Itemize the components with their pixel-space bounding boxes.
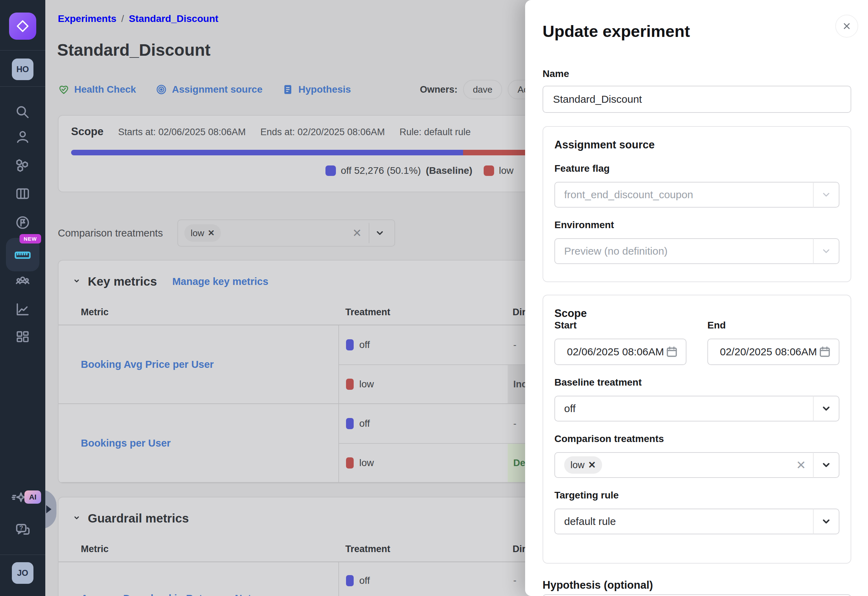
- comparison-treatments-select[interactable]: low ✕ ✕: [554, 452, 839, 478]
- sidebar-divider: [0, 50, 45, 50]
- scope-rule: Rule: default rule: [400, 127, 471, 137]
- health-check-label: Health Check: [74, 84, 136, 95]
- breadcrumb-current[interactable]: Standard_Discount: [129, 13, 218, 24]
- chevron-down-icon[interactable]: [813, 516, 839, 527]
- col-metric: Metric: [59, 544, 338, 555]
- comparison-treatments-select[interactable]: low ✕ ✕: [177, 220, 395, 246]
- col-metric: Metric: [59, 307, 338, 318]
- name-input[interactable]: Standard_Discount: [543, 86, 851, 113]
- panel-title: Update experiment: [543, 22, 690, 41]
- columns-icon[interactable]: [14, 185, 31, 202]
- document-icon: [282, 84, 294, 96]
- guardrail-metrics-title: Guardrail metrics: [88, 511, 189, 525]
- manage-key-metrics-link[interactable]: Manage key metrics: [172, 276, 268, 288]
- select-divider: [369, 223, 369, 243]
- calendar-icon: [666, 345, 678, 358]
- end-label: End: [707, 320, 839, 331]
- metric-link[interactable]: Average Download in Bytes per Net: [81, 593, 251, 596]
- logo-icon: [15, 18, 30, 34]
- ruler-icon: [13, 246, 32, 264]
- environment-label: Environment: [554, 220, 839, 231]
- treatment-chip-low[interactable]: low ✕: [564, 456, 602, 474]
- collapse-chevron-icon[interactable]: [72, 277, 81, 286]
- chevron-down-icon[interactable]: [813, 246, 839, 257]
- hexagons-icon[interactable]: [14, 156, 31, 174]
- baseline-treatment-select[interactable]: off: [554, 396, 839, 422]
- collapse-chevron-icon[interactable]: [72, 513, 81, 523]
- chevron-down-icon[interactable]: [372, 228, 388, 238]
- owner-pill[interactable]: dave: [463, 80, 502, 99]
- assignment-source-label: Assignment source: [172, 84, 263, 95]
- col-treatment: Treatment: [338, 307, 507, 318]
- experiment-meta-row: Health Check Assignment source Hypothesi…: [58, 80, 553, 100]
- select-clear-icon[interactable]: ✕: [789, 458, 813, 472]
- chevron-down-icon[interactable]: [813, 460, 839, 470]
- dashboard-icon[interactable]: [14, 329, 31, 346]
- flag-icon[interactable]: [14, 214, 31, 231]
- start-date-value: 02/06/2025 08:06AM: [567, 346, 666, 358]
- col-treatment: Treatment: [338, 544, 507, 555]
- end-date-input[interactable]: 02/20/2025 08:06AM: [707, 339, 839, 365]
- feature-flag-select[interactable]: front_end_discount_coupon: [554, 182, 839, 208]
- comparison-treatments-row: Comparison treatments low ✕ ✕: [58, 220, 395, 246]
- user-avatar[interactable]: JO: [12, 562, 34, 584]
- scope-starts-at: Starts at: 02/06/2025 08:06AM: [118, 127, 246, 137]
- health-check-link[interactable]: Health Check: [58, 84, 136, 96]
- legend-item-off: off 52,276 (50.1%) (Baseline): [325, 165, 472, 176]
- legend-swatch-off: [325, 165, 336, 176]
- treatment-name: off: [359, 339, 370, 350]
- close-icon: [842, 21, 852, 31]
- chip-label: low: [190, 228, 204, 239]
- metric-link[interactable]: Booking Avg Price per User: [81, 359, 214, 370]
- app-logo[interactable]: [9, 13, 36, 40]
- treatment-name: low: [359, 379, 374, 390]
- hypothesis-input[interactable]: [543, 594, 851, 596]
- scope-section: Scope Start 02/06/2025 08:06AM End 02/20…: [543, 295, 851, 564]
- treatment-chip-low[interactable]: low ✕: [185, 224, 221, 242]
- treatment-swatch-off: [346, 339, 354, 350]
- chip-remove-icon[interactable]: ✕: [588, 459, 596, 471]
- legend-label-off: off 52,276 (50.1%): [341, 165, 421, 176]
- targeting-rule-label: Targeting rule: [554, 490, 839, 501]
- treatment-name: off: [359, 418, 370, 429]
- feature-flag-label: Feature flag: [554, 163, 839, 174]
- sidebar: HO NEW AI ? JO: [0, 0, 45, 596]
- chevron-down-icon[interactable]: [813, 189, 839, 200]
- start-label: Start: [554, 320, 686, 331]
- hypothesis-link[interactable]: Hypothesis: [282, 84, 351, 96]
- treatment-swatch-off: [346, 575, 354, 586]
- scope-title: Scope: [71, 125, 103, 138]
- comparison-treatments-label: Comparison treatments: [554, 433, 839, 444]
- environment-select[interactable]: Preview (no definition): [554, 238, 839, 264]
- people-icon[interactable]: [14, 273, 31, 290]
- line-chart-icon[interactable]: [14, 301, 31, 318]
- metric-link[interactable]: Bookings per User: [81, 438, 171, 449]
- chevron-down-icon[interactable]: [813, 403, 839, 414]
- name-label: Name: [543, 68, 569, 80]
- chip-label: low: [570, 460, 585, 471]
- targeting-rule-select[interactable]: default rule: [554, 509, 839, 534]
- treatment-name: low: [359, 457, 374, 469]
- chip-remove-icon[interactable]: ✕: [208, 228, 215, 238]
- baseline-treatment-value: off: [564, 403, 813, 415]
- user-icon[interactable]: [14, 128, 31, 146]
- treatment-swatch-off: [346, 418, 354, 429]
- chat-help-icon[interactable]: ?: [14, 521, 31, 538]
- workspace-avatar[interactable]: HO: [12, 59, 34, 80]
- treatment-name: off: [359, 575, 370, 586]
- breadcrumb: Experiments / Standard_Discount: [58, 13, 218, 24]
- scope-ends-at: Ends at: 02/20/2025 08:06AM: [260, 127, 385, 137]
- search-icon[interactable]: [14, 103, 31, 121]
- start-date-input[interactable]: 02/06/2025 08:06AM: [554, 339, 686, 365]
- baseline-treatment-label: Baseline treatment: [554, 377, 839, 388]
- assignment-source-link[interactable]: Assignment source: [155, 84, 263, 96]
- feature-flag-value: front_end_discount_coupon: [564, 189, 813, 201]
- bar-segment-off: [71, 150, 463, 155]
- select-clear-icon[interactable]: ✕: [347, 226, 366, 240]
- breadcrumb-experiments[interactable]: Experiments: [58, 13, 117, 24]
- ai-badge: AI: [24, 490, 41, 504]
- hypothesis-label: Hypothesis: [298, 84, 351, 95]
- breadcrumb-separator: /: [121, 13, 124, 24]
- close-button[interactable]: [835, 15, 858, 38]
- end-date-value: 02/20/2025 08:06AM: [720, 346, 819, 358]
